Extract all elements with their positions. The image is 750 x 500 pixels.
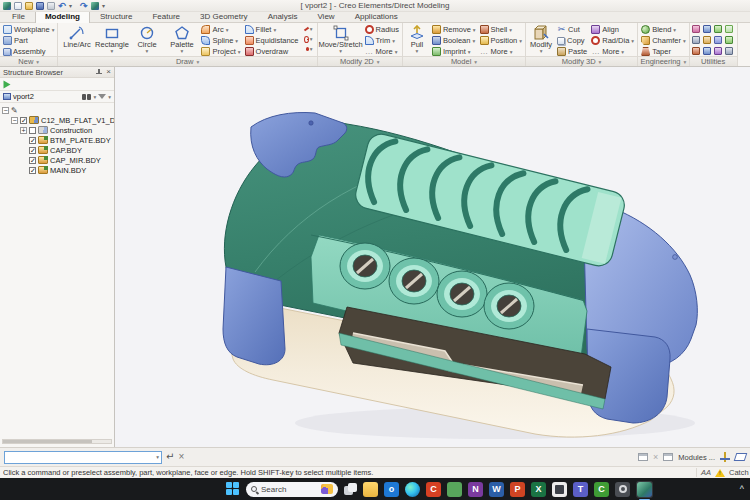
caret-icon[interactable]: ▾: [93, 94, 96, 100]
checkbox-checked[interactable]: ✓: [29, 137, 36, 144]
close-icon[interactable]: ×: [106, 68, 111, 76]
tree-row-main[interactable]: ✓ MAIN.BDY: [2, 165, 114, 175]
line-tool-button[interactable]: ▾: [304, 25, 313, 33]
tree-row-assembly[interactable]: − ✓ C12_MB_FLAT_V1_DEMO_PR: [2, 115, 114, 125]
utility-color-icon[interactable]: [725, 25, 733, 33]
palette-button[interactable]: Palette ▾: [165, 24, 198, 53]
utility-section-icon[interactable]: [692, 47, 700, 55]
new-viewport-icon[interactable]: [663, 453, 673, 461]
tree-row-btm-plate[interactable]: ✓ BTM_PLATE.BDY: [2, 135, 114, 145]
group-label-engineering[interactable]: Engineering▾: [638, 56, 689, 66]
modify-button[interactable]: Modify ▾: [528, 24, 554, 53]
filter-icon[interactable]: [98, 94, 106, 99]
utility-sketch-icon[interactable]: [692, 25, 700, 33]
checkbox-checked[interactable]: ✓: [29, 147, 36, 154]
task-view-button[interactable]: [344, 483, 357, 496]
file-explorer-icon[interactable]: [363, 482, 378, 497]
enter-command-icon[interactable]: ↵: [166, 452, 174, 462]
tree-edit-row[interactable]: − ✎: [2, 105, 114, 115]
group-label-draw[interactable]: Draw▾: [58, 56, 316, 66]
tray-chevron-icon[interactable]: ^: [740, 484, 744, 494]
tree-row-construction[interactable]: + Construction: [2, 125, 114, 135]
show-tree-icon[interactable]: [4, 80, 11, 88]
position-button[interactable]: Position▾: [479, 35, 523, 46]
group-label-modify-2d[interactable]: Modify 2D▾: [318, 56, 402, 66]
utility-layers-icon[interactable]: [714, 36, 722, 44]
utility-grid-icon[interactable]: [725, 47, 733, 55]
powerpoint-icon[interactable]: P: [510, 482, 525, 497]
shell-button[interactable]: Shell▾: [479, 24, 523, 35]
tree-row-cap[interactable]: ✓ CAP.BDY: [2, 145, 114, 155]
horizontal-scrollbar[interactable]: [2, 439, 112, 444]
part-button[interactable]: Part: [2, 35, 55, 46]
remove-button[interactable]: Remove▾: [431, 24, 477, 35]
edge-icon[interactable]: [405, 482, 420, 497]
cut-button[interactable]: ✂Cut: [556, 24, 588, 35]
model-3d[interactable]: [115, 67, 750, 447]
catch-indicator[interactable]: Catch: [729, 468, 747, 477]
close-viewport-icon[interactable]: ×: [653, 452, 658, 462]
utility-render-icon[interactable]: [725, 36, 733, 44]
command-history-caret-icon[interactable]: ▾: [156, 454, 159, 460]
creo-active-app[interactable]: [636, 481, 653, 498]
tree-row-cap-mir[interactable]: ✓ CAP_MIR.BDY: [2, 155, 114, 165]
app-green-doc-icon[interactable]: [447, 482, 462, 497]
command-input[interactable]: [7, 452, 156, 463]
scrollbar-thumb[interactable]: [3, 440, 92, 443]
taskbar-search[interactable]: Search: [246, 482, 338, 497]
pin-icon[interactable]: [96, 69, 102, 76]
3d-viewport[interactable]: [115, 67, 750, 447]
fillet-button[interactable]: Fillet▾: [244, 24, 300, 35]
start-button[interactable]: [226, 482, 240, 496]
group-label-new[interactable]: New▾: [0, 56, 57, 66]
checkbox-checked[interactable]: ✓: [29, 157, 36, 164]
rectangle-button[interactable]: Rectangle ▾: [95, 24, 128, 53]
blend-button[interactable]: Blend▾: [640, 24, 687, 35]
spline-button[interactable]: Spline▾: [200, 35, 241, 46]
circle-button[interactable]: Circle ▾: [130, 24, 163, 53]
collapse-icon[interactable]: −: [2, 107, 9, 114]
excel-icon[interactable]: X: [531, 482, 546, 497]
utility-check-icon[interactable]: [714, 47, 722, 55]
pull-button[interactable]: Pull ▾: [405, 24, 429, 53]
clear-command-icon[interactable]: ×: [178, 452, 184, 462]
trim-button[interactable]: Trim▾: [364, 35, 400, 46]
word-icon[interactable]: W: [489, 482, 504, 497]
app-red-c-icon[interactable]: C: [426, 482, 441, 497]
chamfer-button[interactable]: Chamfer▾: [640, 35, 687, 46]
center-circle-tool-button[interactable]: ▾: [304, 35, 313, 43]
boolean-button[interactable]: Boolean▾: [431, 35, 477, 46]
arc-button[interactable]: Arc▾: [200, 24, 241, 35]
app-green-c-icon[interactable]: C: [594, 482, 609, 497]
checkbox-checked[interactable]: ✓: [20, 117, 27, 124]
coordinate-system-icon[interactable]: [720, 452, 730, 462]
caret-icon[interactable]: ▾: [108, 94, 111, 100]
utility-relations-icon[interactable]: [703, 36, 711, 44]
find-icon[interactable]: [82, 94, 91, 100]
viewport-window-icon[interactable]: [638, 453, 648, 461]
radius-button[interactable]: Radius: [364, 24, 400, 35]
onenote-icon[interactable]: N: [468, 482, 483, 497]
checkbox-unchecked[interactable]: [29, 127, 36, 134]
viewport-row[interactable]: vport2 ▾ ▾: [0, 91, 114, 103]
modules-button[interactable]: Modules ...: [678, 453, 715, 462]
expand-icon[interactable]: +: [20, 127, 27, 134]
equidistance-button[interactable]: Equidistance: [244, 35, 300, 46]
line-arc-button[interactable]: Line/Arc: [60, 24, 93, 49]
group-label-model[interactable]: Model▾: [403, 56, 525, 66]
workplane-button[interactable]: Workplane▾: [2, 24, 55, 35]
workplane-toggle-icon[interactable]: [734, 453, 748, 461]
group-label-modify-3d[interactable]: Modify 3D▾: [526, 56, 637, 66]
collapse-icon[interactable]: −: [11, 117, 18, 124]
antialias-indicator[interactable]: AA: [701, 468, 711, 477]
outlook-icon[interactable]: o: [384, 482, 399, 497]
teams-icon[interactable]: T: [573, 482, 588, 497]
settings-icon[interactable]: [615, 482, 630, 497]
utility-annotate-icon[interactable]: [703, 47, 711, 55]
rad-dia-button[interactable]: Rad/Dia▾: [590, 35, 635, 46]
point-tool-button[interactable]: ▾: [304, 45, 313, 53]
warning-icon[interactable]: !: [715, 469, 725, 477]
move-stretch-button[interactable]: Move/Stretch ▾: [320, 24, 362, 53]
align-button[interactable]: Align: [590, 24, 635, 35]
group-label-utilities[interactable]: Utilities: [690, 56, 737, 66]
